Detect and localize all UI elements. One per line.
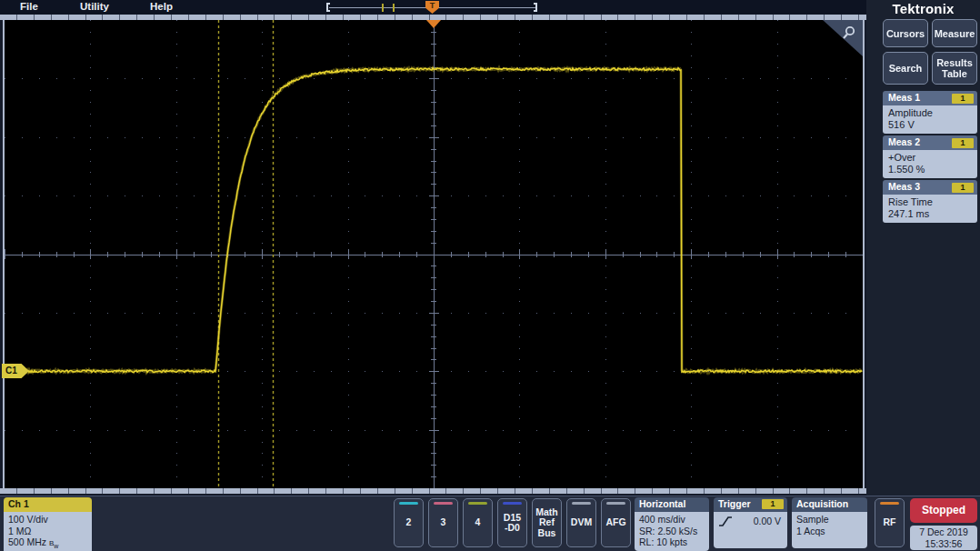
tektronix-logo: Tektronix xyxy=(866,1,980,16)
acquisition-count: 1 Acqs xyxy=(796,526,863,537)
trigger-source-badge: 1 xyxy=(762,499,784,509)
meas-1-value: 516 V xyxy=(888,119,972,131)
waveform-display[interactable]: C1 xyxy=(5,20,863,488)
measure-button[interactable]: Measure xyxy=(932,19,977,47)
graticule-bottom-ruler xyxy=(0,488,866,494)
meas-2-source-badge: 1 xyxy=(952,138,974,148)
channel-1-badge[interactable]: Ch 1 100 V/div 1 MΩ 500 MHz Bw xyxy=(4,497,92,551)
magnifier-icon xyxy=(841,25,857,41)
cursors-button[interactable]: Cursors xyxy=(883,19,928,47)
rf-button[interactable]: RF xyxy=(875,498,905,547)
ch3-label: 3 xyxy=(441,517,446,528)
digital-color-stripe xyxy=(503,502,522,505)
search-button[interactable]: Search xyxy=(883,52,928,85)
horizontal-badge[interactable]: Horizontal 400 ms/div SR: 2.50 kS/s RL: … xyxy=(635,497,709,551)
ch2-color-stripe xyxy=(399,502,418,505)
horizontal-scale: 400 ms/div xyxy=(639,514,705,526)
meas-2-body: +Over 1.550 % xyxy=(883,150,977,178)
ch1-settings: 100 V/div 1 MΩ 500 MHz Bw xyxy=(4,512,92,551)
digital-channels-button[interactable]: D15 -D0 xyxy=(497,498,527,547)
meas-3-body: Rise Time 247.1 ms xyxy=(883,195,977,223)
acquisition-badge[interactable]: Acquisition Sample 1 Acqs xyxy=(792,497,867,548)
acquisition-settings: Sample 1 Acqs xyxy=(792,512,867,548)
meas-1-name: Amplitude xyxy=(888,107,972,119)
meas-2-name: +Over xyxy=(888,152,972,164)
meas-3-value: 247.1 ms xyxy=(888,208,972,220)
horizontal-settings: 400 ms/div SR: 2.50 kS/s RL: 10 kpts xyxy=(635,512,709,551)
meas-1-title: Meas 1 xyxy=(888,92,920,103)
ch1-header: Ch 1 xyxy=(4,497,92,512)
meas-3-title: Meas 3 xyxy=(888,181,920,192)
menu-utility[interactable]: Utility xyxy=(80,1,109,12)
measurement-badge-2[interactable]: Meas 2 1 +Over 1.550 % xyxy=(883,135,977,178)
measurement-badge-3[interactable]: Meas 3 1 Rise Time 247.1 ms xyxy=(883,180,977,223)
trigger-header: Trigger 1 xyxy=(714,497,787,512)
channel-3-button[interactable]: 3 xyxy=(428,498,458,547)
menu-help[interactable]: Help xyxy=(150,1,173,12)
channel-2-button[interactable]: 2 xyxy=(394,498,424,547)
record-view-left-bracket xyxy=(326,3,330,12)
meas-2-title: Meas 2 xyxy=(888,136,920,147)
bottom-bar: Ch 1 100 V/div 1 MΩ 500 MHz Bw 2 3 4 D15… xyxy=(0,496,980,551)
meas-3-name: Rise Time xyxy=(888,196,972,208)
ch4-label: 4 xyxy=(475,517,481,528)
rising-edge-icon xyxy=(718,516,733,527)
results-table-button[interactable]: Results Table xyxy=(932,52,977,85)
ch1-impedance: 1 MΩ xyxy=(8,526,87,537)
afg-button[interactable]: AFG xyxy=(601,498,631,547)
meas-3-source-badge: 1 xyxy=(952,183,974,193)
channel-4-button[interactable]: 4 xyxy=(463,498,493,547)
waveform-canvas[interactable] xyxy=(5,20,863,488)
ch2-label: 2 xyxy=(406,517,412,528)
menu-file[interactable]: File xyxy=(20,1,38,12)
digital-label: D15 -D0 xyxy=(504,513,521,534)
rf-label: RF xyxy=(884,517,896,528)
math-ref-bus-button[interactable]: Math Ref Bus xyxy=(532,498,562,547)
dvm-label: DVM xyxy=(571,517,592,528)
meas-1-source-badge: 1 xyxy=(952,94,974,104)
dvm-button[interactable]: DVM xyxy=(566,498,596,547)
date-text: 7 Dec 2019 xyxy=(910,526,977,538)
right-panel: Tektronix Cursors Measure Search Results… xyxy=(866,0,980,496)
gate-marker-2 xyxy=(393,4,395,12)
meas-1-header: Meas 1 1 xyxy=(883,91,977,105)
horizontal-sample-rate: SR: 2.50 kS/s xyxy=(639,526,705,537)
ch3-color-stripe xyxy=(434,502,453,505)
ch1-scale: 100 V/div xyxy=(8,514,87,526)
afg-color-stripe xyxy=(606,502,625,505)
gate-marker-1 xyxy=(382,4,384,12)
dvm-color-stripe xyxy=(572,502,591,505)
horizontal-record-length: RL: 10 kpts xyxy=(639,536,705,548)
trigger-position-slider-marker[interactable]: T xyxy=(425,1,439,14)
measurement-badge-1[interactable]: Meas 1 1 Amplitude 516 V xyxy=(883,91,977,134)
record-view-right-bracket xyxy=(534,3,537,12)
meas-1-body: Amplitude 516 V xyxy=(883,105,977,134)
trigger-title: Trigger xyxy=(718,498,751,509)
horizontal-header: Horizontal xyxy=(635,497,709,512)
run-stop-status-button[interactable]: Stopped xyxy=(910,498,977,523)
trigger-badge[interactable]: Trigger 1 0.00 V xyxy=(714,497,787,548)
acquisition-header: Acquisition xyxy=(792,497,867,512)
rf-color-stripe xyxy=(880,502,899,505)
afg-label: AFG xyxy=(605,517,625,528)
ch1-bandwidth: 500 MHz Bw xyxy=(8,536,87,551)
meas-2-value: 1.550 % xyxy=(888,164,972,175)
menu-bar: File Utility Help T xyxy=(0,0,866,15)
acquisition-mode: Sample xyxy=(796,514,863,526)
meas-3-header: Meas 3 1 xyxy=(883,180,977,195)
math-ref-bus-label: Math Ref Bus xyxy=(535,507,558,539)
trigger-level: 0.00 V xyxy=(738,516,783,527)
trigger-settings: 0.00 V xyxy=(714,512,787,548)
oscilloscope-screen: File Utility Help T C1 Tektronix Cursors… xyxy=(0,0,980,551)
time-text: 15:33:56 xyxy=(910,538,977,550)
graticule-right-border xyxy=(863,15,865,494)
datetime-display: 7 Dec 2019 15:33:56 xyxy=(910,526,977,550)
meas-2-header: Meas 2 1 xyxy=(883,135,977,150)
ch4-color-stripe xyxy=(468,502,487,505)
